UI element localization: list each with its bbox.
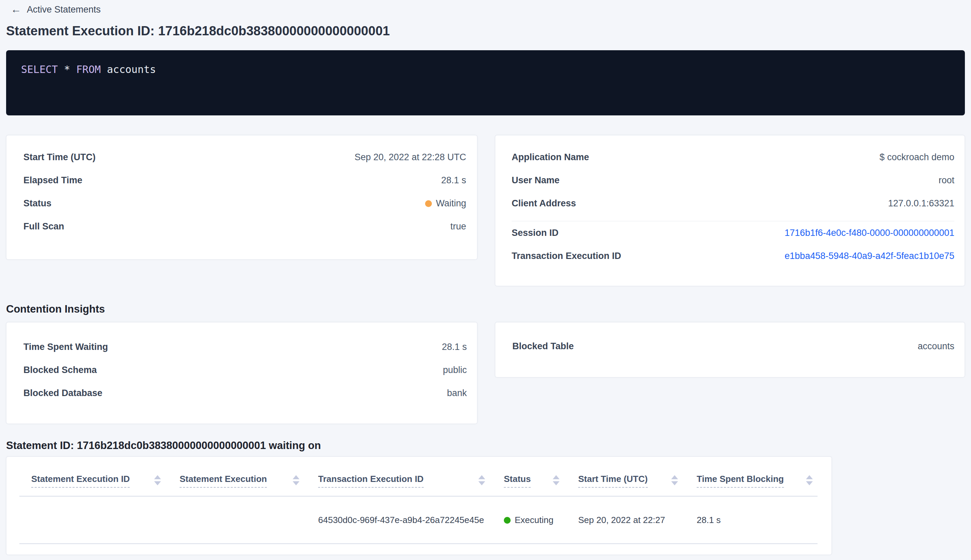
sort-desc-icon (671, 481, 678, 485)
full-scan-value: true (450, 221, 466, 232)
sort-arrows-icon[interactable] (478, 475, 485, 485)
column-header-status[interactable]: Status (504, 474, 578, 488)
sort-arrows-icon[interactable] (553, 475, 559, 485)
start-time-label: Start Time (UTC) (23, 152, 96, 163)
application-name-row: Application Name $ cockroach demo (512, 146, 954, 169)
column-header-transaction-execution-id[interactable]: Transaction Execution ID (318, 474, 504, 488)
session-id-link[interactable]: 1716b1f6-4e0c-f480-0000-000000000001 (784, 228, 954, 238)
column-label: Time Spent Blocking (697, 474, 784, 488)
sort-desc-icon (154, 481, 161, 485)
sort-asc-icon (293, 475, 299, 479)
sort-desc-icon (806, 481, 813, 485)
transaction-execution-id-row: Transaction Execution ID e1bba458-5948-4… (512, 244, 954, 267)
back-arrow-icon: ← (11, 3, 22, 16)
cell-time-spent-blocking: 28.1 s (697, 515, 818, 525)
full-scan-row: Full Scan true (23, 215, 466, 238)
blocked-database-label: Blocked Database (23, 388, 103, 398)
cell-status-text: Executing (515, 515, 554, 525)
blocked-table-value: accounts (918, 341, 954, 352)
sort-arrows-icon[interactable] (806, 475, 813, 485)
blocked-table-card: Blocked Table accounts (495, 322, 965, 377)
time-spent-waiting-row: Time Spent Waiting 28.1 s (23, 335, 467, 358)
sql-table-name: accounts (107, 63, 156, 75)
page-title: Statement Execution ID: 1716b218dc0b3838… (6, 23, 965, 39)
sort-desc-icon (553, 481, 559, 485)
status-value: Waiting (425, 198, 466, 209)
transaction-execution-id-label: Transaction Execution ID (512, 251, 621, 261)
column-header-statement-execution[interactable]: Statement Execution (180, 474, 318, 488)
page: ← Active Statements Statement Execution … (0, 0, 971, 555)
table-row-divider (19, 543, 818, 544)
sort-asc-icon (478, 475, 485, 479)
contention-details-card: Time Spent Waiting 28.1 s Blocked Schema… (6, 322, 477, 424)
start-time-value: Sep 20, 2022 at 22:28 UTC (354, 152, 466, 163)
table-row: 64530d0c-969f-437e-a9b4-26a72245e45e Exe… (19, 497, 818, 543)
user-name-row: User Name root (512, 169, 954, 192)
column-label: Statement Execution (180, 474, 267, 488)
cell-start-time: Sep 20, 2022 at 22:27 (578, 515, 697, 525)
sql-keyword-from: FROM (77, 63, 101, 75)
elapsed-time-value: 28.1 s (441, 175, 466, 186)
sql-space2 (70, 63, 77, 75)
blocked-database-row: Blocked Database bank (23, 382, 467, 405)
sort-asc-icon (553, 475, 559, 479)
start-time-row: Start Time (UTC) Sep 20, 2022 at 22:28 U… (23, 146, 466, 169)
cell-status: Executing (504, 515, 578, 525)
sort-arrows-icon[interactable] (293, 475, 299, 485)
waiting-status-dot-icon (425, 200, 432, 207)
session-details-card: Application Name $ cockroach demo User N… (495, 135, 965, 286)
column-label: Transaction Execution ID (318, 474, 424, 488)
blocked-database-value: bank (447, 388, 467, 398)
session-id-row: Session ID 1716b1f6-4e0c-f480-0000-00000… (512, 221, 954, 244)
sql-space1 (58, 63, 64, 75)
sort-arrows-icon[interactable] (154, 475, 161, 485)
user-name-value: root (938, 175, 954, 186)
waiting-on-table: Statement Execution ID Statement Executi… (19, 457, 818, 544)
sort-arrows-icon[interactable] (671, 475, 678, 485)
execution-details-card: Start Time (UTC) Sep 20, 2022 at 22:28 U… (6, 135, 477, 260)
column-label: Status (504, 474, 531, 488)
waiting-on-table-card: Statement Execution ID Statement Executi… (6, 457, 832, 555)
blocked-schema-row: Blocked Schema public (23, 358, 467, 382)
blocked-table-label: Blocked Table (512, 341, 574, 352)
summary-cards-row: Start Time (UTC) Sep 20, 2022 at 22:28 U… (6, 135, 965, 286)
executing-status-dot-icon (504, 517, 511, 524)
application-name-value: $ cockroach demo (879, 152, 954, 163)
back-link[interactable]: ← Active Statements (6, 3, 965, 16)
elapsed-time-row: Elapsed Time 28.1 s (23, 169, 466, 192)
time-spent-waiting-value: 28.1 s (442, 342, 467, 352)
sql-keyword-select: SELECT (21, 63, 58, 75)
elapsed-time-label: Elapsed Time (23, 175, 82, 186)
waiting-on-heading: Statement ID: 1716b218dc0b38380000000000… (6, 440, 965, 452)
application-name-label: Application Name (512, 152, 589, 163)
client-address-value: 127.0.0.1:63321 (888, 198, 954, 209)
column-label: Start Time (UTC) (578, 474, 648, 488)
sql-space3 (101, 63, 107, 75)
client-address-row: Client Address 127.0.0.1:63321 (512, 192, 954, 215)
time-spent-waiting-label: Time Spent Waiting (23, 342, 108, 352)
transaction-execution-id-link[interactable]: e1bba458-5948-40a9-a42f-5feac1b10e75 (784, 251, 954, 261)
column-header-start-time[interactable]: Start Time (UTC) (578, 474, 697, 488)
client-address-label: Client Address (512, 198, 576, 209)
user-name-label: User Name (512, 175, 559, 186)
sql-star: * (64, 63, 70, 75)
status-row: Status Waiting (23, 192, 466, 215)
sort-desc-icon (293, 481, 299, 485)
sort-asc-icon (671, 475, 678, 479)
blocked-schema-value: public (443, 365, 467, 375)
column-header-time-spent-blocking[interactable]: Time Spent Blocking (697, 474, 818, 488)
blocked-schema-label: Blocked Schema (23, 365, 97, 375)
table-header-row: Statement Execution ID Statement Executi… (19, 457, 818, 496)
sort-asc-icon (806, 475, 813, 479)
status-label: Status (23, 198, 52, 209)
column-label: Statement Execution ID (31, 474, 130, 488)
contention-insights-heading: Contention Insights (6, 303, 965, 315)
back-link-label: Active Statements (27, 4, 101, 15)
sql-statement-box: SELECT * FROM accounts (6, 50, 965, 115)
full-scan-label: Full Scan (23, 221, 64, 232)
sort-desc-icon (478, 481, 485, 485)
sort-asc-icon (154, 475, 161, 479)
contention-cards-row: Time Spent Waiting 28.1 s Blocked Schema… (6, 322, 965, 424)
status-text: Waiting (436, 198, 466, 208)
column-header-statement-execution-id[interactable]: Statement Execution ID (31, 474, 180, 488)
